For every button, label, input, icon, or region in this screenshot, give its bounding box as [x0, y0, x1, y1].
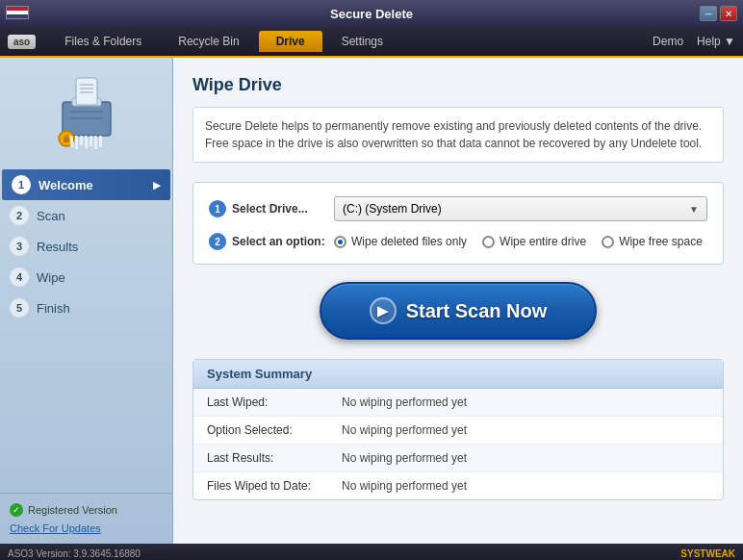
sidebar-logo	[0, 67, 172, 156]
step-num-5: 5	[10, 298, 29, 318]
app-logo: aso	[8, 35, 36, 49]
system-summary: System Summary Last Wiped: No wiping per…	[192, 359, 724, 500]
step-label-wipe: Wipe	[37, 270, 65, 285]
radio-wipe-free[interactable]: Wipe free space	[602, 235, 703, 248]
summary-value-1: No wiping performed yet	[342, 423, 467, 437]
sidebar-bottom: ✓ Registered Version Check For Updates	[0, 493, 172, 544]
radio-group: Wipe deleted files only Wipe entire driv…	[334, 235, 707, 248]
sidebar-step-welcome[interactable]: 1 Welcome ▶	[2, 169, 170, 200]
tab-drive[interactable]: Drive	[259, 31, 322, 52]
menu-right: Demo Help ▼	[653, 35, 735, 48]
menu-bar: aso Files & Folders Recycle Bin Drive Se…	[0, 27, 743, 58]
step-num-1: 1	[12, 175, 31, 194]
tab-recycle-bin[interactable]: Recycle Bin	[161, 31, 256, 52]
sidebar-step-wipe[interactable]: 4 Wipe	[0, 262, 172, 293]
step-num-2: 2	[10, 206, 29, 225]
sidebar-step-results[interactable]: 3 Results	[0, 231, 172, 262]
svg-rect-13	[85, 136, 88, 148]
radio-wipe-deleted-circle	[334, 236, 346, 248]
svg-rect-12	[80, 136, 84, 145]
form-section: 1 Select Drive... (C:) (System Drive) ▼ …	[192, 182, 724, 265]
shredder-icon	[55, 73, 117, 150]
svg-rect-4	[76, 78, 97, 105]
drive-row: 1 Select Drive... (C:) (System Drive) ▼	[209, 196, 707, 221]
step-arrow-1: ▶	[153, 180, 161, 191]
check-icon: ✓	[10, 503, 23, 517]
option-label: 2 Select an option:	[209, 233, 334, 250]
svg-rect-11	[75, 136, 78, 149]
status-bar: ASO3 Version: 3.9.3645.16880 SYSTWEAK	[0, 544, 743, 560]
radio-wipe-deleted[interactable]: Wipe deleted files only	[334, 235, 467, 248]
summary-key-1: Option Selected:	[207, 423, 342, 437]
check-updates-link[interactable]: Check For Updates	[10, 522, 163, 534]
drive-value: (C:) (System Drive)	[343, 202, 442, 216]
step-label-welcome: Welcome	[38, 178, 93, 192]
menu-tabs: Files & Folders Recycle Bin Drive Settin…	[47, 31, 653, 52]
summary-row-3: Files Wiped to Date: No wiping performed…	[193, 472, 723, 499]
tab-files-folders[interactable]: Files & Folders	[47, 31, 159, 52]
summary-row-2: Last Results: No wiping performed yet	[193, 445, 723, 472]
radio-wipe-entire-circle	[482, 236, 495, 248]
help-link[interactable]: Help ▼	[697, 35, 735, 48]
radio-wipe-free-circle	[602, 236, 614, 248]
content-description: Secure Delete helps to permanently remov…	[192, 107, 724, 163]
registered-status: ✓ Registered Version	[10, 503, 163, 517]
content-area: Wipe Drive Secure Delete helps to perman…	[173, 58, 743, 544]
step-label-finish: Finish	[37, 301, 70, 316]
sidebar-step-scan[interactable]: 2 Scan	[0, 200, 172, 231]
play-icon: ▶	[370, 297, 397, 324]
page-title: Wipe Drive	[192, 75, 724, 95]
brand-text: SYSTWEAK	[680, 548, 735, 559]
version-text: ASO3 Version: 3.9.3645.16880	[8, 548, 141, 559]
svg-rect-14	[90, 136, 93, 146]
summary-key-3: Files Wiped to Date:	[207, 479, 342, 493]
step-label-scan: Scan	[37, 209, 65, 223]
summary-value-0: No wiping performed yet	[342, 395, 467, 409]
svg-rect-9	[64, 138, 69, 142]
summary-key-2: Last Results:	[207, 451, 342, 465]
main-layout: 1 Welcome ▶ 2 Scan 3 Results 4 Wipe 5 Fi…	[0, 58, 743, 544]
option-row: 2 Select an option: Wipe deleted files o…	[209, 233, 707, 250]
drive-select[interactable]: (C:) (System Drive) ▼	[334, 196, 707, 221]
summary-key-0: Last Wiped:	[207, 395, 342, 409]
scan-btn-container: ▶ Start Scan Now	[192, 282, 724, 340]
step-num-4: 4	[10, 267, 29, 287]
start-scan-button[interactable]: ▶ Start Scan Now	[320, 282, 598, 340]
title-bar: Secure Delete ─ ✕	[0, 0, 743, 27]
summary-value-3: No wiping performed yet	[342, 479, 467, 493]
option-num: 2	[209, 233, 226, 250]
svg-rect-16	[99, 136, 102, 147]
summary-header: System Summary	[193, 360, 723, 389]
minimize-button[interactable]: ─	[700, 6, 717, 21]
summary-value-2: No wiping performed yet	[342, 451, 467, 465]
registered-label: Registered Version	[28, 504, 117, 516]
summary-row-1: Option Selected: No wiping performed yet	[193, 417, 723, 445]
drive-label: 1 Select Drive...	[209, 200, 334, 217]
svg-rect-15	[94, 136, 98, 149]
demo-link[interactable]: Demo	[653, 35, 683, 48]
close-button[interactable]: ✕	[720, 6, 737, 21]
drive-num: 1	[209, 200, 226, 217]
step-num-3: 3	[10, 237, 29, 256]
tab-settings[interactable]: Settings	[324, 31, 400, 52]
scan-btn-label: Start Scan Now	[406, 300, 548, 322]
flag-icon	[6, 6, 29, 22]
chevron-down-icon: ▼	[689, 204, 699, 215]
window-controls: ─ ✕	[700, 6, 737, 21]
sidebar: 1 Welcome ▶ 2 Scan 3 Results 4 Wipe 5 Fi…	[0, 58, 173, 544]
sidebar-step-finish[interactable]: 5 Finish	[0, 293, 172, 323]
summary-row-0: Last Wiped: No wiping performed yet	[193, 389, 723, 417]
step-label-results: Results	[37, 240, 78, 254]
app-title: Secure Delete	[330, 7, 413, 21]
radio-wipe-entire[interactable]: Wipe entire drive	[482, 235, 586, 248]
